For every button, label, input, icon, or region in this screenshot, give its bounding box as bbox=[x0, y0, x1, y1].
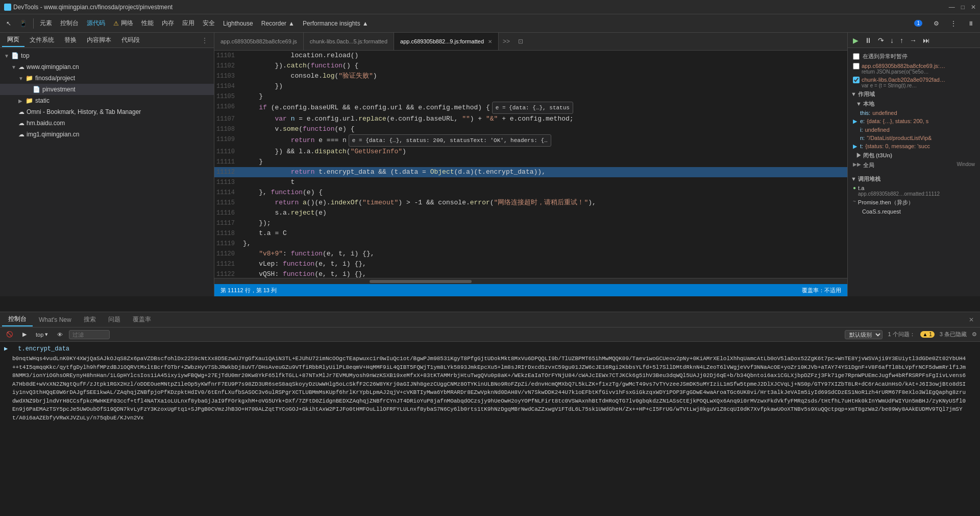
debug-step-into[interactable]: ↓ bbox=[888, 35, 896, 45]
bp2-checkbox[interactable] bbox=[853, 77, 860, 83]
tab-snippets[interactable]: 代码段 bbox=[116, 34, 145, 46]
tree-item-qiming[interactable]: ▼ ☁ www.qimingpian.cn bbox=[0, 61, 214, 73]
callstack-section: 调用堆栈 ● t.a app.c689305b882…ormatted:1111… bbox=[851, 174, 977, 216]
console-top-selector[interactable]: top ▾ bbox=[33, 330, 51, 339]
code-editor-area[interactable]: 11101 location.reload() 11102 }).catch(f… bbox=[214, 51, 847, 278]
callstack-item-1[interactable]: ● t.a app.c689305b882…ormatted:11112 bbox=[851, 184, 977, 198]
code-line-11109: 11109 return e === ne = {data: {…}, stat… bbox=[214, 134, 847, 147]
callstack-item-2[interactable]: CoaS.s.request bbox=[851, 207, 977, 216]
code-tab-3[interactable]: app.c689305b882...9.js:formatted ✕ bbox=[394, 33, 499, 50]
debug-deactivate[interactable]: ⏭ bbox=[921, 35, 932, 45]
tree-item-baidu[interactable]: ☁ hm.baidu.com bbox=[0, 118, 214, 129]
bottom-tab-console[interactable]: 控制台 bbox=[2, 313, 33, 326]
bottom-panel-close[interactable]: ✕ bbox=[965, 314, 978, 325]
network-label: 网络 bbox=[121, 19, 133, 28]
elements-label: 元素 bbox=[40, 19, 52, 28]
log-level-select[interactable]: 默认级别 bbox=[845, 330, 883, 339]
tree-item-img1[interactable]: ☁ img1.qimingpian.cn bbox=[0, 129, 214, 140]
tree-item-pinvestment[interactable]: 📄 pinvestment bbox=[0, 84, 214, 95]
toolbar-security[interactable]: 安全 bbox=[199, 17, 219, 30]
scope-n[interactable]: n: "/DataList/productListVip& bbox=[851, 134, 977, 142]
callstack-title[interactable]: 调用堆栈 bbox=[851, 174, 977, 184]
tab-filesystem[interactable]: 文件系统 bbox=[24, 34, 59, 46]
toolbar-memory[interactable]: 内存 bbox=[158, 17, 178, 30]
toolbar-network[interactable]: ⚠ 网络 bbox=[109, 17, 137, 30]
debug-pause-all[interactable]: ⏸ bbox=[863, 35, 874, 45]
settings-icon: ⚙ bbox=[934, 20, 939, 27]
tab-contentscripts[interactable]: 内容脚本 bbox=[82, 34, 116, 46]
pause-button[interactable]: ⏸ bbox=[964, 18, 978, 29]
callstack-item-async[interactable]: ~ Promise.then（异步） bbox=[851, 198, 977, 207]
toolbar-recorder[interactable]: Recorder ▲ bbox=[257, 18, 299, 29]
tree-icon-finosda: 📁 bbox=[26, 75, 33, 82]
console-eye-button[interactable]: 👁 bbox=[54, 331, 66, 339]
toolbar-application[interactable]: 应用 bbox=[178, 17, 199, 30]
code-split-button[interactable]: ⊡ bbox=[514, 38, 527, 45]
file-tree-more[interactable]: ⋮ bbox=[198, 35, 212, 46]
toolbar-sources[interactable]: 源代码 bbox=[83, 17, 109, 30]
file-tree-content: ▼ 📄 top ▼ ☁ www.qimingpian.cn ▼ 📁 finosd… bbox=[0, 48, 214, 296]
console-clear-button[interactable]: 🚫 bbox=[3, 330, 16, 339]
pause-on-exception[interactable]: 在遇到异常时暂停 bbox=[851, 51, 977, 62]
scope-this[interactable]: this: undefined bbox=[851, 109, 977, 117]
coverage-info: 覆盖率：不适用 bbox=[802, 287, 841, 294]
console-settings-icon[interactable]: ⚙ bbox=[972, 331, 977, 338]
bottom-tab-coverage[interactable]: 覆盖率 bbox=[127, 313, 157, 326]
hscroll-thumb[interactable] bbox=[370, 280, 472, 283]
maximize-button[interactable]: □ bbox=[961, 4, 965, 11]
scope-t-expand: ▶ bbox=[853, 143, 858, 150]
toolbar-performance[interactable]: 性能 bbox=[137, 17, 158, 30]
tab-overrides[interactable]: 替换 bbox=[59, 34, 82, 46]
toolbar-perf-insights[interactable]: Performance insights ▲ bbox=[299, 18, 373, 29]
breakpoint-1[interactable]: app.c689305b882ba8cfce69.js:… return JSO… bbox=[851, 62, 977, 76]
code-hscrollbar[interactable] bbox=[214, 278, 847, 284]
bottom-tab-issues[interactable]: 问题 bbox=[102, 313, 127, 326]
code-tab-2[interactable]: chunk-libs.0acb...5.js:formatted bbox=[304, 33, 394, 50]
tree-item-static[interactable]: ▶ 📁 static bbox=[0, 95, 214, 106]
pause-checkbox[interactable] bbox=[853, 53, 860, 60]
bp1-checkbox[interactable] bbox=[853, 63, 860, 69]
debug-step-out[interactable]: ↑ bbox=[898, 35, 905, 45]
code-line-11112: 11112 return t.encrypt_data && (t.data =… bbox=[214, 167, 847, 177]
code-tab-1[interactable]: app.c689305b882ba8cfce69.js bbox=[214, 33, 304, 50]
bottom-tab-whatsnew[interactable]: What's New bbox=[33, 314, 78, 325]
tree-item-top[interactable]: ▼ 📄 top bbox=[0, 50, 214, 61]
scope-global[interactable]: ▶ 全局 Window bbox=[851, 160, 977, 170]
scope-i[interactable]: i: undefined bbox=[851, 126, 977, 134]
toolbar-elements[interactable]: 元素 bbox=[36, 17, 56, 30]
console-play-button[interactable]: ▶ bbox=[19, 330, 30, 339]
debug-resume[interactable]: ▶ bbox=[851, 35, 861, 45]
tree-item-omni[interactable]: ☁ Omni - Bookmark, History, & Tab Manage… bbox=[0, 106, 214, 118]
code-tab-3-close[interactable]: ✕ bbox=[488, 39, 492, 44]
scope-local-title[interactable]: 本地 bbox=[851, 99, 977, 109]
tree-icon-omni: ☁ bbox=[18, 108, 24, 115]
debug-step-over[interactable]: ↷ bbox=[876, 35, 886, 45]
debug-step[interactable]: → bbox=[908, 35, 919, 45]
tree-item-finosda[interactable]: ▼ 📁 finosda/project bbox=[0, 73, 214, 84]
scope-title[interactable]: 作用域 bbox=[851, 89, 977, 99]
more-button[interactable]: ⋮ bbox=[946, 18, 961, 29]
code-tabs-overflow[interactable]: >> bbox=[499, 38, 514, 45]
console-expand-item[interactable]: ▶ t.encrypt_data bbox=[0, 344, 980, 354]
scope-t[interactable]: ▶ t: {status: 0, message: 'succ bbox=[851, 142, 977, 151]
local-label: 本地 bbox=[863, 101, 874, 107]
toolbar-console[interactable]: 控制台 bbox=[56, 17, 83, 30]
bottom-tab-search[interactable]: 搜索 bbox=[78, 313, 102, 326]
tab-webpage[interactable]: 网页 bbox=[2, 33, 24, 47]
console-filter-input[interactable] bbox=[69, 330, 110, 339]
toolbar-cursor[interactable]: ↖ bbox=[2, 18, 15, 29]
perf-insights-label: Performance insights bbox=[303, 20, 360, 27]
code-line-11120: 11120 "v8+9": function(e, t, i) {}, bbox=[214, 249, 847, 259]
notification-button[interactable]: 1 bbox=[910, 18, 926, 29]
close-button[interactable]: ✕ bbox=[971, 4, 976, 11]
settings-button[interactable]: ⚙ bbox=[929, 18, 943, 29]
toolbar-device[interactable]: 📱 bbox=[15, 18, 31, 29]
breakpoint-2[interactable]: chunk-libs.0acb202a8e0792fad… var e = (t… bbox=[851, 76, 977, 89]
minimize-button[interactable]: — bbox=[949, 4, 955, 11]
call-async-icon: ~ bbox=[853, 199, 856, 204]
console-item-key: t.encrypt_data bbox=[10, 345, 69, 353]
scope-e[interactable]: ▶ e: {data: {…}, status: 200, s bbox=[851, 117, 977, 126]
scope-closure-title[interactable]: 闭包 (t3Un) bbox=[851, 151, 977, 160]
toolbar-lighthouse[interactable]: Lighthouse bbox=[219, 18, 257, 29]
global-window: Window bbox=[957, 161, 975, 167]
